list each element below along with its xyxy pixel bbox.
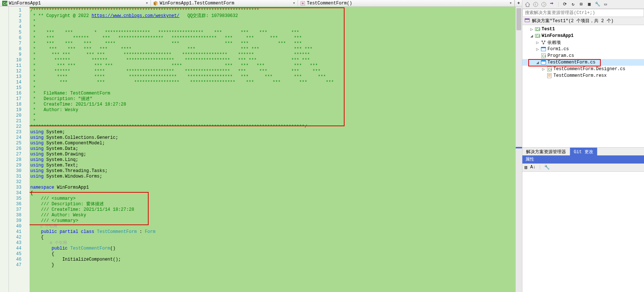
- file-icon: C#: [547, 66, 552, 72]
- collapse-icon[interactable]: ⊟: [578, 1, 584, 7]
- file-icon: C#: [535, 33, 540, 38]
- svg-point-5: [542, 2, 546, 7]
- expander-icon[interactable]: ▷: [536, 47, 539, 52]
- solution-icon: [525, 18, 530, 24]
- refresh-icon[interactable]: ↻: [570, 1, 576, 7]
- file-icon: C#: [541, 53, 546, 58]
- tab-solution-explorer[interactable]: 解决方案资源管理器: [522, 148, 570, 155]
- expander-icon[interactable]: ◢: [536, 60, 539, 65]
- scrollbar-thumb[interactable]: [516, 8, 521, 30]
- split-button[interactable]: ✚: [515, 0, 522, 6]
- svg-text:C#: C#: [536, 34, 540, 38]
- csharp-icon: C#: [2, 1, 7, 6]
- nav-member-dropdown[interactable]: TestCommentForm() ▾: [298, 0, 515, 6]
- tree-item[interactable]: ▷依赖项: [522, 39, 644, 46]
- editor-pane: C# WinFormsApp1 ▾ WinFormsApp1.TestComme…: [0, 0, 522, 292]
- tool-icon[interactable]: ⟳: [562, 1, 568, 7]
- file-icon: [541, 40, 546, 45]
- alphabetical-icon[interactable]: A↓: [530, 165, 535, 170]
- svg-rect-7: [525, 18, 529, 20]
- expander-icon[interactable]: ◢: [530, 33, 533, 39]
- tree-item[interactable]: TestCommentForm.resx: [522, 72, 644, 79]
- preview-icon[interactable]: ▭: [603, 1, 609, 7]
- solution-tree: ▷C#Test1◢C#WinFormsApp1▷依赖项▷Form1.csC#Pr…: [522, 25, 644, 147]
- class-icon: [153, 1, 158, 6]
- home-icon[interactable]: [525, 1, 531, 7]
- chevron-down-icon: ▾: [293, 0, 295, 6]
- svg-text:C#: C#: [536, 27, 540, 32]
- svg-text:C#: C#: [3, 1, 7, 6]
- outline-margin: [24, 7, 30, 292]
- solution-toolbar: | ⟳ ↻ ⊟ ▦ 🔧 ▭: [522, 0, 644, 9]
- solution-search-input[interactable]: [522, 9, 644, 17]
- properties-grid[interactable]: [522, 172, 644, 292]
- vertical-scrollbar[interactable]: [515, 7, 522, 292]
- svg-rect-24: [548, 75, 551, 75]
- chevron-down-icon: ▾: [509, 0, 512, 6]
- properties-icon[interactable]: 🔧: [594, 1, 600, 7]
- navigation-bar: C# WinFormsApp1 ▾ WinFormsApp1.TestComme…: [0, 0, 522, 7]
- expander-icon[interactable]: ▷: [530, 27, 533, 32]
- tree-item[interactable]: ◢TestCommentForm.cs: [522, 59, 644, 66]
- file-icon: [547, 73, 552, 78]
- wrench-icon[interactable]: 🔧: [544, 165, 550, 170]
- tree-item-label: TestCommentForm.cs: [548, 60, 596, 65]
- svg-text:C#: C#: [548, 67, 552, 72]
- tree-item[interactable]: ▷Form1.cs: [522, 46, 644, 52]
- tree-item[interactable]: ▷C#TestCommentForm.Designer.cs: [522, 66, 644, 72]
- properties-toolbar: ▤ A↓ | 🔧: [522, 164, 644, 172]
- tree-item[interactable]: C#Program.cs: [522, 52, 644, 59]
- svg-rect-25: [548, 76, 551, 76]
- svg-rect-16: [541, 47, 546, 48]
- svg-rect-20: [541, 61, 546, 62]
- code-editor[interactable]: /***************************************…: [30, 7, 515, 292]
- right-pane-tabs: 解决方案资源管理器 Git 更改: [522, 147, 644, 155]
- back-icon[interactable]: [533, 1, 539, 7]
- tree-item[interactable]: ▷C#Test1: [522, 26, 644, 32]
- showall-icon[interactable]: ▦: [586, 1, 592, 7]
- nav-scope-dropdown[interactable]: C# WinFormsApp1 ▾: [0, 0, 151, 6]
- chevron-down-icon: ▾: [146, 0, 148, 6]
- indicator-margin: [0, 7, 9, 292]
- tree-item-label: Form1.cs: [548, 47, 569, 52]
- svg-point-4: [533, 2, 538, 7]
- tree-item-label: TestCommentForm.resx: [553, 73, 607, 78]
- solution-root-label: 解决方案"Test1"(2 个项目，共 2 个): [532, 18, 614, 24]
- solution-explorer-pane: | ⟳ ↻ ⊟ ▦ 🔧 ▭ 解决方案"Test1"(2 个项目，共 2 个) ▷…: [522, 0, 644, 292]
- tree-item-label: Program.cs: [548, 53, 574, 58]
- sync-icon[interactable]: [549, 1, 555, 7]
- forward-icon[interactable]: [541, 1, 547, 7]
- properties-header: 属性: [522, 155, 644, 164]
- file-icon: [541, 60, 546, 65]
- tree-item[interactable]: ◢C#WinFormsApp1: [522, 32, 644, 39]
- svg-point-3: [302, 2, 304, 4]
- nav-scope-text: WinFormsApp1: [9, 1, 41, 6]
- file-icon: [541, 47, 546, 52]
- method-icon: [300, 1, 305, 6]
- line-number-gutter: 1234567891011121314151617181920212223242…: [9, 7, 24, 292]
- categorized-icon[interactable]: ▤: [525, 165, 527, 170]
- file-icon: C#: [535, 27, 540, 32]
- nav-class-text: WinFormsApp1.TestCommentForm: [160, 1, 234, 6]
- tree-item-label: TestCommentForm.Designer.cs: [553, 66, 625, 72]
- expander-icon[interactable]: ▷: [542, 66, 545, 72]
- tree-item-label: Test1: [542, 27, 555, 32]
- tree-item-label: 依赖项: [548, 39, 561, 46]
- scroll-marker: [516, 147, 522, 148]
- solution-root-row[interactable]: 解决方案"Test1"(2 个项目，共 2 个): [522, 17, 644, 25]
- tab-git-changes[interactable]: Git 更改: [570, 148, 597, 155]
- nav-class-dropdown[interactable]: WinFormsApp1.TestCommentForm ▾: [151, 0, 298, 6]
- expander-icon[interactable]: ▷: [536, 40, 539, 45]
- tree-item-label: WinFormsApp1: [542, 33, 573, 38]
- nav-member-text: TestCommentForm(): [307, 1, 352, 6]
- svg-text:C#: C#: [542, 54, 546, 58]
